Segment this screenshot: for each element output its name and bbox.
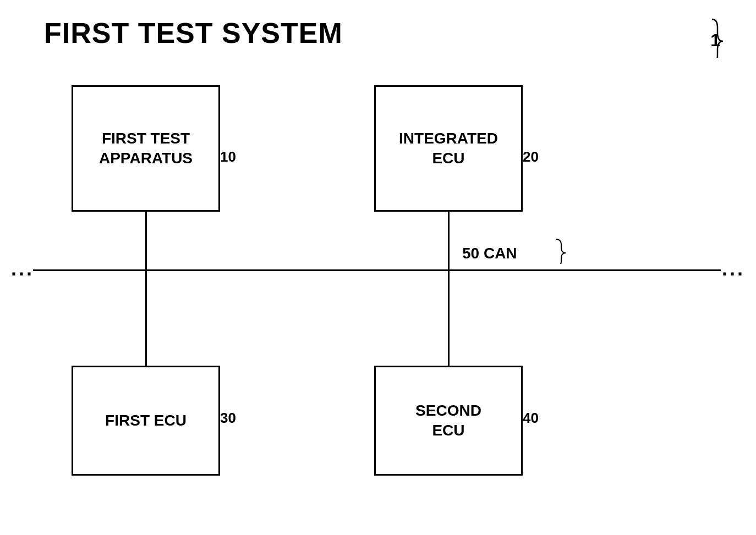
first-ecu-id: 30 xyxy=(220,410,236,427)
second-ecu-box: SECOND ECU xyxy=(374,366,523,476)
vline-second-ecu xyxy=(448,269,450,366)
vline-first-test-apparatus xyxy=(145,212,147,271)
can-bus-line xyxy=(33,269,721,271)
dots-right: ... xyxy=(722,257,745,280)
integrated-ecu-label: INTEGRATED ECU xyxy=(399,129,498,169)
main-title: FIRST TEST SYSTEM xyxy=(44,16,343,49)
vline-integrated-ecu xyxy=(448,212,450,271)
first-ecu-label: FIRST ECU xyxy=(105,411,187,431)
first-test-apparatus-box: FIRST TEST APPARATUS xyxy=(72,85,220,212)
vline-first-ecu xyxy=(145,269,147,366)
first-test-apparatus-label: FIRST TEST APPARATUS xyxy=(99,129,193,169)
dots-left: ... xyxy=(11,257,34,280)
diagram-container: FIRST TEST SYSTEM 1 FIRST TEST APPARATUS… xyxy=(0,0,756,535)
second-ecu-id: 40 xyxy=(523,410,539,427)
system-number: 1 xyxy=(710,30,720,51)
first-ecu-box: FIRST ECU xyxy=(72,366,220,476)
integrated-ecu-id: 20 xyxy=(523,148,539,166)
second-ecu-label: SECOND ECU xyxy=(415,401,481,441)
first-test-apparatus-id: 10 xyxy=(220,148,236,166)
integrated-ecu-box: INTEGRATED ECU xyxy=(374,85,523,212)
can-label: 50 CAN xyxy=(462,245,517,262)
can-bracket-svg xyxy=(545,236,567,264)
